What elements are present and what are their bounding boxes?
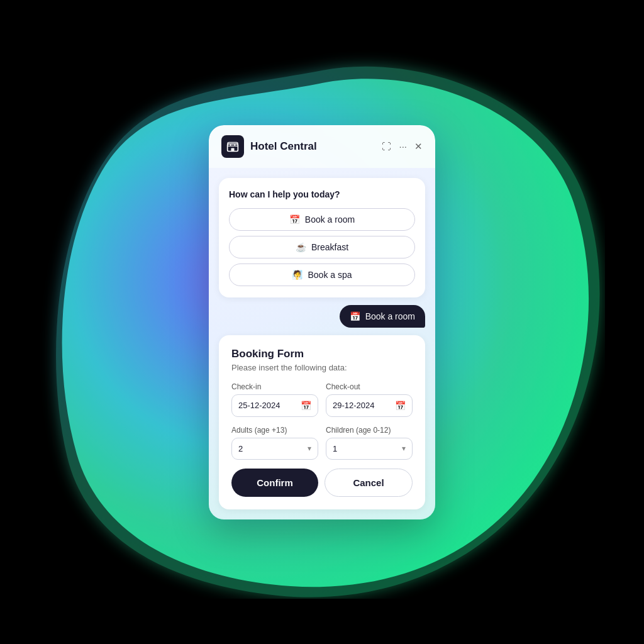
option-breakfast[interactable]: ☕ Breakfast <box>229 236 415 258</box>
adults-select[interactable]: 2 ▾ <box>231 438 318 460</box>
children-label: Children (age 0-12) <box>326 426 413 435</box>
bubble-question: How can I help you today? <box>229 189 415 199</box>
children-select[interactable]: 1 ▾ <box>326 438 413 460</box>
spa-emoji: 🧖 <box>292 270 303 280</box>
date-row: Check-in 25-12-2024 📅 Check-out 29-12-20… <box>231 382 413 417</box>
hotel-icon <box>221 135 244 158</box>
svg-rect-1 <box>231 148 235 151</box>
option-buttons: 📅 Book a room ☕ Breakfast 🧖 Book a spa <box>229 208 415 286</box>
more-icon[interactable]: ··· <box>399 141 407 152</box>
checkout-input[interactable]: 29-12-2024 📅 <box>326 394 413 417</box>
checkin-value: 25-12-2024 <box>238 401 280 410</box>
close-icon[interactable]: ✕ <box>414 141 423 152</box>
children-chevron-icon: ▾ <box>402 444 406 453</box>
guests-row: Adults (age +13) 2 ▾ Children (age 0-12)… <box>231 426 413 460</box>
option-book-room[interactable]: 📅 Book a room <box>229 208 415 231</box>
adults-label: Adults (age +13) <box>231 426 318 435</box>
chat-widget: Hotel Central ⛶ ··· ✕ How can I help you… <box>209 125 435 519</box>
booking-form-card: Booking Form Please insert the following… <box>219 335 425 509</box>
option-book-spa[interactable]: 🧖 Book a spa <box>229 264 415 286</box>
checkout-value: 29-12-2024 <box>333 401 375 410</box>
adults-group: Adults (age +13) 2 ▾ <box>231 426 318 460</box>
user-message-row: 📅 Book a room <box>219 305 425 328</box>
checkout-calendar-icon: 📅 <box>395 401 406 411</box>
checkin-label: Check-in <box>231 382 318 391</box>
hotel-name: Hotel Central <box>250 140 317 153</box>
book-room-emoji: 📅 <box>289 214 300 225</box>
expand-icon[interactable]: ⛶ <box>382 141 391 152</box>
user-message-emoji: 📅 <box>350 311 360 321</box>
book-room-label: Book a room <box>305 214 355 225</box>
children-group: Children (age 0-12) 1 ▾ <box>326 426 413 460</box>
user-message-text: Book a room <box>365 311 415 321</box>
breakfast-label: Breakfast <box>311 242 348 252</box>
form-actions: Confirm Cancel <box>231 469 413 497</box>
checkout-group: Check-out 29-12-2024 📅 <box>326 382 413 417</box>
spa-label: Book a spa <box>308 270 352 280</box>
form-title: Booking Form <box>231 348 413 360</box>
options-bubble: How can I help you today? 📅 Book a room … <box>219 178 425 297</box>
checkin-calendar-icon: 📅 <box>301 401 311 411</box>
checkin-group: Check-in 25-12-2024 📅 <box>231 382 318 417</box>
adults-chevron-icon: ▾ <box>308 444 311 453</box>
header-actions: ⛶ ··· ✕ <box>382 141 423 152</box>
breakfast-emoji: ☕ <box>296 242 306 252</box>
checkin-input[interactable]: 25-12-2024 📅 <box>231 394 318 417</box>
widget-body: How can I help you today? 📅 Book a room … <box>209 168 435 519</box>
header-left: Hotel Central <box>221 135 317 158</box>
user-bubble: 📅 Book a room <box>340 305 425 328</box>
children-value: 1 <box>333 444 337 453</box>
cancel-button[interactable]: Cancel <box>325 469 413 497</box>
checkout-label: Check-out <box>326 382 413 391</box>
adults-value: 2 <box>238 444 243 453</box>
widget-header: Hotel Central ⛶ ··· ✕ <box>209 125 435 168</box>
form-subtitle: Please insert the following data: <box>231 363 413 372</box>
confirm-button[interactable]: Confirm <box>231 469 318 497</box>
